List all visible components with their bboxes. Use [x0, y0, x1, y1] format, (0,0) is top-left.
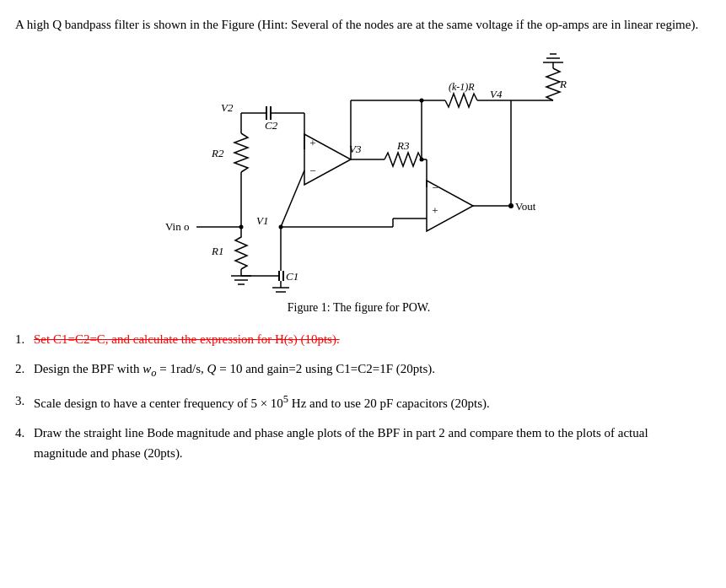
circuit-diagram: + − + − Vin o R1: [140, 50, 578, 294]
svg-text:R2: R2: [211, 147, 224, 159]
svg-text:R3: R3: [396, 139, 410, 152]
svg-text:R1: R1: [211, 245, 223, 257]
svg-text:V4: V4: [490, 88, 503, 100]
intro-text: A high Q bandpass filter is shown in the…: [15, 15, 702, 35]
svg-text:+: +: [309, 137, 315, 149]
problem-1-number: 1.: [15, 330, 34, 349]
problems-list: 1. Set C1=C2=C, and calculate the expres…: [15, 330, 702, 463]
svg-text:V1: V1: [256, 214, 268, 227]
svg-point-62: [419, 98, 423, 102]
figure-container: + − + − Vin o R1: [15, 50, 702, 315]
svg-text:V2: V2: [221, 101, 234, 114]
figure-caption: Figure 1: The figure for POW.: [288, 301, 431, 315]
svg-text:C1: C1: [286, 270, 298, 283]
svg-text:−: −: [309, 165, 315, 177]
problem-3-text: Scale design to have a center frequency …: [34, 391, 490, 413]
problem-2-number: 2.: [15, 359, 34, 379]
svg-text:Vout: Vout: [515, 200, 536, 213]
problem-4-number: 4.: [15, 423, 34, 443]
problem-1: 1. Set C1=C2=C, and calculate the expres…: [15, 330, 702, 349]
svg-text:+: +: [432, 204, 438, 217]
svg-text:(k-1)R: (k-1)R: [449, 81, 475, 93]
problem-3: 3. Scale design to have a center frequen…: [15, 391, 702, 413]
problem-1-text: Set C1=C2=C, and calculate the expressio…: [34, 330, 340, 349]
svg-text:R: R: [559, 78, 567, 90]
problem-4-text: Draw the straight line Bode magnitude an…: [34, 423, 702, 463]
problem-3-number: 3.: [15, 391, 34, 411]
svg-line-24: [281, 170, 304, 227]
svg-text:C2: C2: [265, 119, 278, 132]
svg-text:−: −: [432, 181, 438, 194]
problem-2: 2. Design the BPF with wo = 1rad/s, Q = …: [15, 359, 702, 381]
problem-4: 4. Draw the straight line Bode magnitude…: [15, 423, 702, 463]
svg-point-53: [419, 157, 423, 161]
problem-2-text: Design the BPF with wo = 1rad/s, Q = 10 …: [34, 359, 435, 381]
svg-text:Vin o: Vin o: [165, 220, 189, 233]
